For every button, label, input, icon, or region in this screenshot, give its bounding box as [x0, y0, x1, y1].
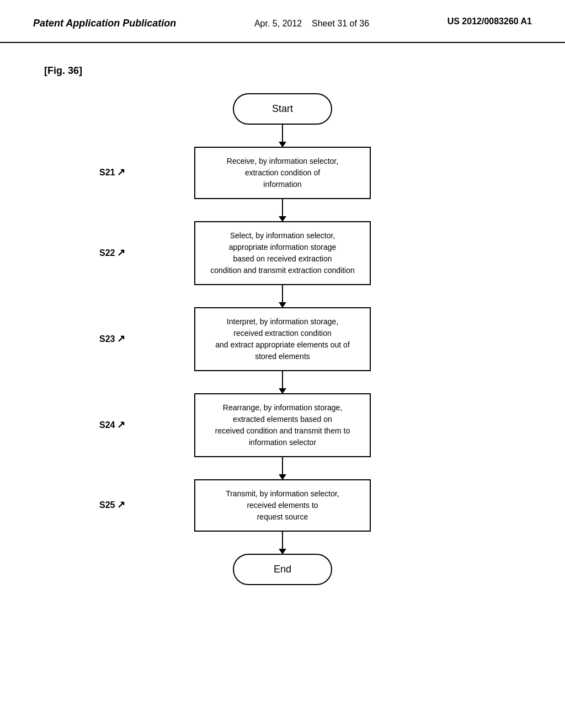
step-arrow-icon: ↙	[117, 419, 125, 431]
publication-date: Apr. 5, 2012	[254, 19, 302, 28]
step-s21-label: S21 ↙	[99, 167, 125, 179]
step-arrow-icon: ↙	[117, 333, 125, 345]
step-s21-row: S21 ↙ Receive, by information selector, …	[33, 147, 532, 199]
page-header: Patent Application Publication Apr. 5, 2…	[0, 0, 565, 43]
step-s25-box: Transmit, by information selector, recei…	[194, 479, 371, 532]
arrow-1	[33, 125, 532, 147]
step-s24-label: S24 ↙	[99, 419, 125, 431]
start-node: Start	[233, 93, 332, 125]
step-arrow-icon: ↙	[117, 499, 125, 511]
step-arrow-icon: ↙	[117, 247, 125, 259]
arrow-down-icon	[282, 532, 283, 554]
step-s22-box: Select, by information selector, appropr…	[194, 221, 371, 285]
arrow-6	[33, 532, 532, 554]
step-s23-row: S23 ↙ Interpret, by information storage,…	[33, 307, 532, 371]
arrow-5	[33, 457, 532, 479]
step-s21-box: Receive, by information selector, extrac…	[194, 147, 371, 199]
sheet-number: Sheet 31 of 36	[312, 19, 369, 28]
arrow-2	[33, 199, 532, 221]
arrow-3	[33, 285, 532, 307]
header-center: Apr. 5, 2012 Sheet 31 of 36	[254, 17, 369, 31]
arrow-down-icon	[282, 125, 283, 147]
step-s23-label: S23 ↙	[99, 333, 125, 345]
step-s24-box: Rearrange, by information storage, extra…	[194, 393, 371, 457]
arrow-down-icon	[282, 285, 283, 307]
step-s25-row: S25 ↙ Transmit, by information selector,…	[33, 479, 532, 532]
figure-label: [Fig. 36]	[44, 65, 565, 77]
publication-title: Patent Application Publication	[33, 17, 176, 30]
step-s23-box: Interpret, by information storage, recei…	[194, 307, 371, 371]
step-s24-row: S24 ↙ Rearrange, by information storage,…	[33, 393, 532, 457]
start-row: Start	[33, 93, 532, 125]
end-node: End	[233, 554, 332, 585]
step-s22-row: S22 ↙ Select, by information selector, a…	[33, 221, 532, 285]
end-row: End	[33, 554, 532, 585]
arrow-4	[33, 371, 532, 393]
arrow-down-icon	[282, 199, 283, 221]
arrow-down-icon	[282, 457, 283, 479]
step-arrow-icon: ↙	[117, 167, 125, 179]
step-s22-label: S22 ↙	[99, 247, 125, 259]
flowchart: Start S21 ↙ Receive, by information sele…	[0, 93, 565, 585]
patent-number: US 2012/0083260 A1	[447, 17, 532, 26]
step-s25-label: S25 ↙	[99, 499, 125, 511]
arrow-down-icon	[282, 371, 283, 393]
